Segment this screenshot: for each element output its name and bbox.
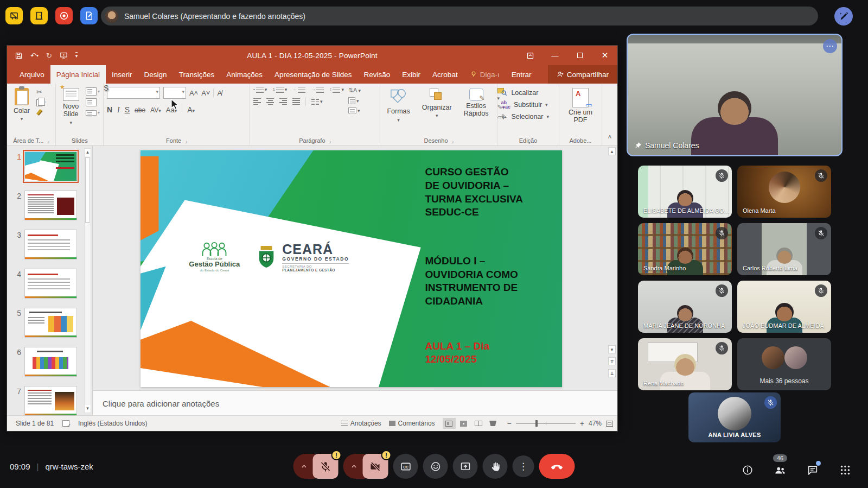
close-button[interactable]: ✕ xyxy=(592,46,617,65)
zoom-slider[interactable] xyxy=(516,423,576,424)
minimize-button[interactable]: — xyxy=(542,46,567,65)
thumbnail-slide-6[interactable]: 6 xyxy=(12,347,92,377)
tab-entrar[interactable]: Entrar xyxy=(506,65,538,84)
participant-tile-maria[interactable]: MARIA JEANE DE NORONHA xyxy=(638,281,732,333)
raise-hand-button[interactable] xyxy=(483,454,508,479)
increase-indent-icon[interactable]: → xyxy=(311,87,324,93)
bullets-icon[interactable]: •▾ xyxy=(253,87,267,93)
drawing-dialog-launcher[interactable]: ⌟ xyxy=(451,138,454,144)
present-button[interactable] xyxy=(453,454,478,479)
scroll-up-icon[interactable]: ▲ xyxy=(608,147,616,155)
spellcheck-icon[interactable] xyxy=(62,420,69,427)
tab-revisao[interactable]: Revisão xyxy=(358,65,397,84)
tab-arquivo[interactable]: Arquivo xyxy=(14,65,50,84)
thumbnail-slide-3[interactable]: 3 xyxy=(12,230,92,259)
mic-toggle-button[interactable]: ! xyxy=(313,454,339,479)
align-right-icon[interactable] xyxy=(279,98,287,105)
comments-toggle[interactable]: Comentários xyxy=(389,420,435,427)
paste-button[interactable]: Colar ▾ xyxy=(10,87,33,123)
info-button[interactable] xyxy=(737,459,758,481)
paragraph-dialog-launcher[interactable]: ⌟ xyxy=(329,138,331,144)
line-spacing-icon[interactable]: ↕▾ xyxy=(329,87,344,93)
tab-design[interactable]: Design xyxy=(138,65,173,84)
text-shadow-button[interactable]: S xyxy=(104,84,250,145)
apps-button[interactable] xyxy=(834,459,856,481)
notes-pane[interactable]: Clique para adicionar anotações xyxy=(93,390,617,416)
arrange-button[interactable]: Organizar ▾ xyxy=(419,87,455,120)
chat-button[interactable] xyxy=(802,459,824,481)
slide-module-text[interactable]: MÓDULO I – OUVIDORIA COMO INSTRUMENTO DE… xyxy=(425,255,551,308)
record-icon[interactable] xyxy=(55,7,73,24)
next-slide-icon[interactable]: ⇊ xyxy=(608,369,616,377)
powerpoint-title-bar[interactable]: ↶▾ ↻ ▾ AULA 1 - DIA 12-05-2025 - PowerPo… xyxy=(7,46,617,65)
zoom-in-icon[interactable]: + xyxy=(580,419,584,428)
select-button[interactable]: Selecionar▾ xyxy=(501,113,549,121)
fit-slide-icon[interactable] xyxy=(606,421,613,427)
thumbnail-image[interactable] xyxy=(24,308,77,338)
mic-expand-button[interactable] xyxy=(293,454,315,479)
thumbnail-image[interactable] xyxy=(24,347,77,377)
columns-icon[interactable]: ▾ xyxy=(311,99,323,105)
zoom-level[interactable]: 47% xyxy=(589,420,602,427)
thumbnail-image[interactable] xyxy=(24,151,77,181)
normal-view-button[interactable] xyxy=(443,418,456,429)
convert-smartart-icon[interactable]: ▾ xyxy=(348,107,361,113)
previous-slide-icon[interactable]: ⇈ xyxy=(608,357,616,365)
thumbnail-slide-4[interactable]: 4 xyxy=(12,269,92,299)
participant-tile-ana[interactable]: ANA LIVIA ALVES xyxy=(688,392,781,442)
participant-tile-carlos[interactable]: Carlos Roberto Lima xyxy=(737,223,831,275)
slide-layout-icon[interactable]: ▾ xyxy=(86,87,100,96)
shapes-button[interactable]: Formas ▾ xyxy=(384,87,413,124)
slide-sorter-view-button[interactable] xyxy=(457,418,470,429)
scroll-up-icon[interactable]: ▲ xyxy=(85,149,91,156)
slide-editing-area[interactable]: CURSO GESTÃO DE OUVIDORIA – TURMA EXCLUS… xyxy=(93,146,617,390)
cut-icon[interactable]: ✂ xyxy=(36,88,46,96)
align-text-icon[interactable]: ▾ xyxy=(348,97,361,104)
main-scrollbar[interactable]: ▲ ▼ ⇈ ⇊ xyxy=(608,147,616,387)
thumbnail-slide-2[interactable]: 2 xyxy=(12,191,92,220)
thumbnail-slide-7[interactable]: 7 xyxy=(12,386,92,416)
align-justify-icon[interactable] xyxy=(292,98,300,105)
section-icon[interactable]: ▾ xyxy=(86,109,100,117)
participant-tile-olena[interactable]: Olena Marta xyxy=(737,166,831,218)
more-options-button[interactable]: ⋮ xyxy=(513,455,534,477)
participants-button[interactable]: 46 xyxy=(769,459,791,481)
find-button[interactable]: Localizar xyxy=(501,89,549,97)
slideshow-view-button[interactable] xyxy=(487,418,500,429)
ribbon-display-options-icon[interactable] xyxy=(518,46,542,65)
save-icon[interactable] xyxy=(15,52,23,60)
customize-qat-icon[interactable]: ▾ xyxy=(75,52,78,59)
text-direction-icon[interactable]: ⇅A▾ xyxy=(348,87,361,94)
quick-styles-button[interactable]: Estilos Rápidos xyxy=(461,87,492,119)
thumbnail-slide-5[interactable]: 5 xyxy=(12,308,92,338)
replace-button[interactable]: ab⇢acSubstituir▾ xyxy=(501,100,549,109)
tab-animacoes[interactable]: Animações xyxy=(220,65,269,84)
thumbnail-image[interactable] xyxy=(24,230,77,259)
participant-tile-elisabete[interactable]: ELISABETE DE ALMEIDA GO... xyxy=(638,166,732,218)
decrease-indent-icon[interactable]: ← xyxy=(292,87,305,93)
numbering-icon[interactable]: 1▾ xyxy=(272,87,287,93)
participant-tile-joao[interactable]: JOÃO EUDMAR DE ALMEIDA xyxy=(737,281,831,333)
collapse-ribbon-icon[interactable]: ˄ xyxy=(602,84,617,145)
reading-view-button[interactable] xyxy=(472,418,485,429)
thumbnail-slide-1[interactable]: 1 xyxy=(12,151,92,181)
slide-date-text[interactable]: AULA 1 – Dia 12/05/2025 xyxy=(425,340,551,366)
camera-toggle-button[interactable]: ! xyxy=(363,454,388,479)
tab-pagina-inicial[interactable]: Página Inicial xyxy=(50,65,106,84)
slide-canvas[interactable]: CURSO GESTÃO DE OUVIDORIA – TURMA EXCLUS… xyxy=(141,150,562,387)
thumbnail-image[interactable] xyxy=(24,191,77,220)
zoom-out-icon[interactable]: − xyxy=(507,419,512,428)
copy-icon[interactable]: ▾ xyxy=(36,99,46,106)
clipboard-dialog-launcher[interactable]: ⌟ xyxy=(47,138,49,144)
undo-icon[interactable]: ↶▾ xyxy=(30,52,39,60)
new-slide-button[interactable]: Novo Slide ▾ xyxy=(59,87,82,126)
scroll-down-icon[interactable]: ▼ xyxy=(608,345,616,353)
tile-options-icon[interactable]: ⋯ xyxy=(823,39,837,53)
notes-toggle[interactable]: Anotações xyxy=(341,420,381,427)
reactions-button[interactable] xyxy=(423,454,448,479)
tab-transicoes[interactable]: Transições xyxy=(173,65,221,84)
create-pdf-button[interactable]: Crie um PDF xyxy=(563,87,599,125)
participant-tile-rena[interactable]: Rena Machado xyxy=(638,338,732,390)
tab-exibir[interactable]: Exibir xyxy=(396,65,426,84)
slideshow-icon[interactable] xyxy=(60,52,68,60)
